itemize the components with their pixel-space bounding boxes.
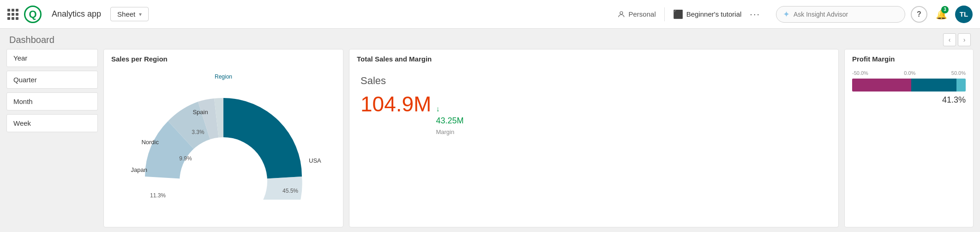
- insight-star-icon: ✦: [783, 9, 790, 19]
- profit-axis: -50.0% 0.0% 50.0%: [852, 70, 966, 76]
- dashboard-header: Dashboard ‹ ›: [0, 29, 980, 49]
- insight-search-bar[interactable]: ✦: [776, 6, 905, 23]
- svg-point-0: [620, 12, 623, 14]
- spain-percent: 3.3%: [192, 129, 204, 135]
- donut-chart-container: Region USA: [104, 66, 343, 204]
- nav-divider: [664, 7, 665, 21]
- qlik-q-letter: Q: [29, 9, 36, 19]
- total-sales-title: Total Sales and Margin: [349, 49, 838, 66]
- filter-year[interactable]: Year: [6, 49, 98, 67]
- spain-label: Spain: [192, 109, 208, 116]
- qlik-logo-circle: Q: [24, 6, 42, 23]
- profit-margin-title: Profit Margin: [845, 49, 973, 66]
- axis-right-label: 50.0%: [951, 70, 966, 76]
- sales-main-value: 104.9M: [361, 92, 431, 116]
- filter-month[interactable]: Month: [6, 92, 98, 110]
- region-legend-label: Region: [215, 73, 232, 80]
- sales-sub: ↓ 43.25M Margin: [436, 105, 463, 135]
- qlik-logo: Q: [24, 6, 42, 23]
- personal-menu[interactable]: Personal: [617, 10, 656, 18]
- grid-menu-icon[interactable]: [7, 9, 18, 20]
- margin-label: Margin: [436, 128, 454, 135]
- filter-week[interactable]: Week: [6, 114, 98, 132]
- profit-bar: [852, 79, 966, 92]
- chevron-down-icon: ▾: [139, 11, 142, 18]
- person-icon: [617, 10, 625, 18]
- donut-chart-svg: Region USA: [117, 70, 330, 200]
- prev-sheet-button[interactable]: ‹: [943, 33, 956, 46]
- dashboard-nav-arrows: ‹ ›: [943, 33, 971, 46]
- profit-bar-magenta-segment: [852, 79, 911, 92]
- notification-badge: 3: [941, 6, 949, 13]
- more-options-button[interactable]: ···: [747, 9, 763, 19]
- notification-button[interactable]: 🔔 3: [933, 6, 950, 23]
- tutorial-button[interactable]: ⬛ Beginner's tutorial: [673, 9, 742, 19]
- japan-label: Japan: [131, 166, 147, 173]
- margin-value: 43.25M: [436, 116, 463, 126]
- total-sales-content: Sales 104.9M ↓ 43.25M Margin: [349, 66, 838, 145]
- profit-bar-light-teal-segment: [956, 79, 966, 92]
- monitor-icon: ⬛: [673, 9, 683, 19]
- usa-percent: 45.5%: [283, 188, 298, 194]
- total-sales-panel: Total Sales and Margin Sales 104.9M ↓ 43…: [349, 49, 839, 227]
- sheet-label: Sheet: [117, 10, 135, 18]
- sales-region-title: Sales per Region: [104, 49, 343, 66]
- sales-value-row: 104.9M ↓ 43.25M Margin: [361, 92, 827, 135]
- filters-panel: Year Quarter Month Week: [6, 49, 98, 227]
- sales-label: Sales: [361, 75, 827, 87]
- profit-bar-teal-segment: [911, 79, 956, 92]
- nordic-percent: 9.9%: [179, 155, 192, 162]
- app-title: Analytics app: [52, 9, 101, 19]
- axis-left-label: -50.0%: [852, 70, 868, 76]
- profit-margin-panel: Profit Margin -50.0% 0.0% 50.0% 41.3%: [844, 49, 974, 227]
- tutorial-label: Beginner's tutorial: [686, 10, 742, 18]
- margin-arrow: ↓: [436, 105, 439, 113]
- next-sheet-button[interactable]: ›: [958, 33, 971, 46]
- user-avatar[interactable]: TL: [955, 6, 973, 23]
- profit-margin-content: -50.0% 0.0% 50.0% 41.3%: [845, 66, 973, 110]
- nordic-label: Nordic: [141, 139, 159, 146]
- personal-label: Personal: [629, 10, 656, 18]
- japan-percent: 11.3%: [150, 192, 166, 199]
- help-button[interactable]: ?: [911, 6, 927, 23]
- profit-percentage: 41.3%: [852, 95, 966, 105]
- usa-label: USA: [309, 157, 321, 164]
- axis-center-label: 0.0%: [904, 70, 915, 76]
- filter-quarter[interactable]: Quarter: [6, 71, 98, 89]
- dashboard-title: Dashboard: [9, 35, 54, 45]
- insight-search-input[interactable]: [794, 11, 898, 18]
- main-content: Year Quarter Month Week Sales per Region…: [0, 49, 980, 232]
- dashboard-area: Dashboard ‹ › Year Quarter Month Week Sa…: [0, 29, 980, 232]
- sheet-dropdown[interactable]: Sheet ▾: [110, 7, 149, 21]
- sales-region-panel: Sales per Region Region: [103, 49, 343, 227]
- top-nav: Q Analytics app Sheet ▾ Personal ⬛ Begin…: [0, 0, 980, 29]
